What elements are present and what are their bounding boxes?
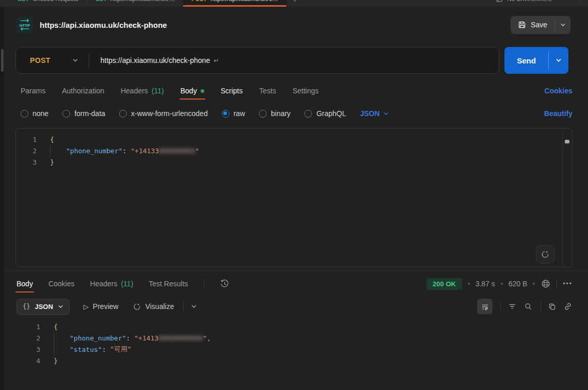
environment-selector[interactable]: No Environment	[507, 0, 551, 3]
enter-hint: ↵	[214, 57, 219, 64]
tab-headers[interactable]: Headers(11)	[121, 80, 164, 101]
tab-response-headers[interactable]: Headers(11)	[90, 273, 134, 294]
divider	[183, 302, 184, 311]
radio-none[interactable]: none	[21, 109, 48, 118]
filter-icon[interactable]	[508, 302, 517, 311]
chevron-down-icon[interactable]	[191, 303, 197, 310]
magic-wand-icon	[541, 250, 550, 259]
more-options-icon[interactable]: •••	[563, 280, 573, 287]
line-number: 2	[16, 147, 37, 155]
tab-params[interactable]: Params	[21, 80, 45, 101]
radio-icon-selected	[222, 110, 230, 118]
response-status: 200 OK 3.87 s 620 B •••	[427, 278, 573, 290]
line-number: 4	[15, 357, 40, 365]
copy-icon[interactable]	[548, 302, 557, 311]
button-label: Preview	[93, 302, 119, 311]
save-options-button[interactable]	[555, 16, 570, 34]
radio-binary[interactable]: binary	[259, 109, 290, 118]
search-icon[interactable]	[524, 302, 533, 311]
url-input[interactable]: https://api.xiaomu.uk/check-phone	[101, 56, 210, 64]
radio-label: x-www-form-urlencoded	[131, 109, 208, 118]
code-line: 2"phone_number": "+14133000000000"	[16, 145, 572, 156]
radio-icon	[119, 110, 127, 118]
radio-raw[interactable]: raw	[222, 109, 246, 118]
tab-label: Authorization	[62, 87, 104, 95]
radio-label: none	[32, 109, 48, 118]
json-value: "	[195, 147, 199, 155]
beautify-link[interactable]: Beautify	[544, 109, 573, 118]
tab-label: https://api.xiaomu.uk/…	[110, 0, 175, 3]
rail-handle[interactable]	[1, 49, 4, 72]
chevron-down-icon	[556, 57, 562, 63]
preview-button[interactable]: ▷ Preview	[84, 302, 119, 311]
chevron-down-icon	[560, 22, 566, 28]
tab-label: https://api.xiaomu.uk/c…	[210, 0, 278, 3]
request-title: https://api.xiaomu.uk/check-phone	[40, 21, 167, 29]
magic-wand-icon	[133, 302, 141, 311]
raw-format-selector[interactable]: JSON	[360, 109, 389, 118]
radio-label: binary	[271, 109, 290, 118]
radio-graphql[interactable]: GraphQL	[304, 109, 346, 118]
dot-separator	[468, 283, 470, 285]
tab-body[interactable]: Body	[181, 80, 204, 101]
request-tab-active[interactable]: POST https://api.xiaomu.uk/c…	[183, 0, 286, 7]
radio-icon	[259, 110, 267, 118]
word-wrap-button[interactable]	[477, 299, 493, 314]
tab-authorization[interactable]: Authorization	[62, 80, 104, 101]
save-button[interactable]: Save	[511, 16, 554, 34]
format-label: JSON	[360, 109, 380, 118]
method-badge: GET	[18, 0, 29, 2]
response-history-icon[interactable]	[220, 279, 230, 289]
code-token: }	[50, 158, 54, 166]
ai-fix-button[interactable]	[536, 245, 554, 264]
tab-label: Cookies	[48, 280, 75, 288]
response-body-viewer[interactable]: 1{ 2"phone_number": "+141300000000000", …	[15, 319, 573, 390]
request-body-editor[interactable]: 1{ 2"phone_number": "+14133000000000" 3}	[15, 128, 573, 267]
cookies-link[interactable]: Cookies	[545, 87, 573, 95]
tab-label: Body	[17, 280, 33, 288]
code-line: 1{	[16, 134, 572, 145]
tab-response-cookies[interactable]: Cookies	[48, 273, 75, 294]
method-badge: GET	[95, 0, 107, 2]
send-button[interactable]: Send	[504, 47, 548, 74]
send-options-button[interactable]	[549, 47, 568, 74]
indent-guide	[50, 145, 66, 156]
svg-text:HTTP: HTTP	[20, 23, 30, 28]
line-number: 2	[15, 334, 40, 342]
tab-label: Body	[181, 87, 197, 95]
radio-icon	[21, 110, 28, 118]
request-tab-2[interactable]: GET https://api.xiaomu.uk/…	[87, 0, 184, 7]
tab-test-results[interactable]: Test Results	[149, 273, 188, 294]
tab-tests[interactable]: Tests	[259, 80, 276, 101]
request-tab-1[interactable]: GET Untitled Request	[9, 0, 87, 7]
request-section-tabs: Params Authorization Headers(11) Body Sc…	[21, 80, 573, 101]
method-selector[interactable]: POST	[16, 56, 51, 64]
response-format-selector[interactable]: {} JSON	[17, 299, 70, 315]
line-number: 3	[16, 158, 37, 166]
divider	[204, 279, 204, 288]
tab-settings[interactable]: Settings	[292, 80, 319, 101]
method-badge: POST	[191, 0, 206, 2]
radio-form-data[interactable]: form-data	[62, 109, 105, 118]
indent-guide	[54, 332, 70, 344]
body-type-selector: none form-data x-www-form-urlencoded raw…	[21, 104, 573, 123]
response-size: 620 B	[509, 280, 528, 288]
tab-response-body[interactable]: Body	[17, 273, 33, 294]
active-tab-underline	[179, 99, 205, 100]
radio-x-www-form-urlencoded[interactable]: x-www-form-urlencoded	[119, 109, 208, 118]
chevron-down-icon[interactable]	[72, 57, 78, 63]
visualize-button[interactable]: Visualize	[133, 302, 174, 311]
network-globe-icon[interactable]	[541, 279, 551, 289]
save-button-label: Save	[531, 21, 547, 29]
headers-count: (11)	[152, 87, 164, 95]
play-icon: ▷	[84, 303, 89, 311]
radio-icon	[304, 110, 312, 118]
radio-label: raw	[234, 109, 246, 118]
pane-divider	[0, 270, 588, 271]
tab-scripts[interactable]: Scripts	[221, 80, 243, 101]
divider	[89, 53, 89, 68]
scrollbar-thumb[interactable]	[565, 140, 569, 143]
active-tab-underline	[15, 291, 34, 293]
new-tab-button[interactable]: +	[286, 0, 303, 4]
link-icon[interactable]	[563, 302, 573, 311]
